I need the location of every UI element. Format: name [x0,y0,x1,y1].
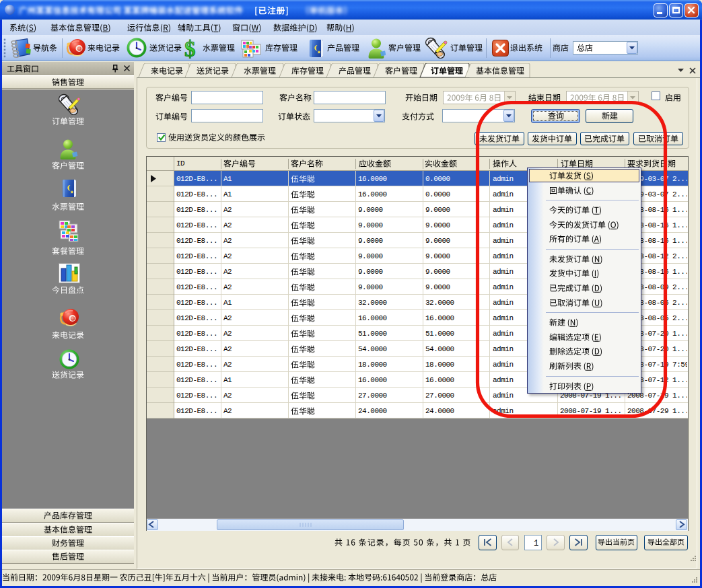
svg-text:$: $ [184,38,196,59]
